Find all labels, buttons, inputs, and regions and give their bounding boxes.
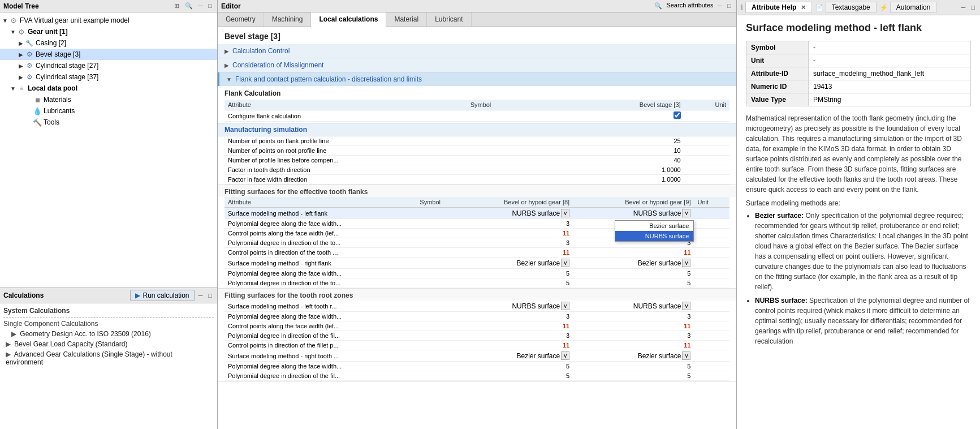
unit-ctrl-fillet-root (694, 341, 729, 350)
editor-min-icon[interactable]: ─ (716, 2, 724, 10)
val-factor-face: 1.0000 (552, 175, 684, 185)
misalignment-header[interactable]: ▶ Consideration of Misalignment (218, 58, 736, 72)
val-pts-root: 10 (552, 146, 684, 156)
tree-icon-fva: ⚙ (9, 16, 18, 25)
tree-item-fva-root[interactable]: ▼ ⚙ FVA Virtual gear unit example model (0, 15, 217, 26)
calc-item-advanced-gear[interactable]: ▶ Advanced Gear Calculations (Single Sta… (3, 349, 214, 367)
table-row: Number of points on root profile line 10 (225, 146, 729, 156)
tree-item-cyl-37[interactable]: ▶ ⚙ Cylindrical stage [37] (0, 71, 217, 83)
attr-help-title: Surface modeling method - left flank (746, 22, 971, 34)
tab-lubricant[interactable]: Lubricant (427, 12, 471, 27)
dropdown-btn-9-surf-left[interactable]: v (682, 209, 690, 217)
tab-material[interactable]: Material (386, 12, 427, 27)
dropdown-item-nurbs[interactable]: NURBS surface (615, 231, 693, 241)
sym-factor-depth (512, 165, 552, 175)
calc-control-header[interactable]: ▶ Calculation Control (218, 44, 736, 58)
calc-max-icon[interactable]: □ (206, 291, 214, 299)
fs-col-attr: Attribute (225, 197, 416, 208)
table-row: Numeric ID 19413 (746, 80, 971, 93)
tab-attribute-help[interactable]: Attribute Help ✕ (745, 2, 812, 13)
table-row-surf-left-root: Surface modeling method - left tooth r..… (225, 301, 729, 312)
table-row: Unit - (746, 54, 971, 67)
calc-min-icon[interactable]: ─ (197, 291, 205, 299)
dropdown-btn-8-right[interactable]: v (561, 259, 569, 267)
calc-item-bevel-load[interactable]: ▶ Bevel Gear Load Capacity (Standard) (3, 339, 214, 349)
val8-surf-model-right: Bezier surface v (452, 258, 573, 269)
meta-key-symbol: Symbol (746, 41, 809, 54)
sym-pts-flank (512, 136, 552, 146)
model-tree-max-icon[interactable]: □ (206, 2, 214, 10)
unit-surf-left-root (694, 301, 729, 312)
tree-icon-casing: 🔧 (25, 38, 34, 48)
tree-item-local-pool[interactable]: ▼ ≡ Local data pool (0, 83, 217, 94)
tree-item-materials[interactable]: ◼ Materials (0, 94, 217, 105)
model-tree-min-icon[interactable]: ─ (197, 2, 205, 10)
attr-poly-face-root: Polynomial degree along the face width..… (225, 312, 416, 321)
val-profile-lines: 40 (552, 156, 684, 165)
symbol-configure (467, 110, 507, 122)
tree-label-cyl37: Cylindrical stage [37] (36, 73, 98, 81)
tree-item-casing[interactable]: ▶ 🔧 Casing [2] (0, 37, 217, 49)
table-row: Factor in tooth depth direction 1.0000 (225, 165, 729, 175)
tree-icon-mat: ◼ (33, 95, 42, 104)
meta-key-unit: Unit (746, 54, 809, 67)
calc-item-geo-design[interactable]: ▶ Geometry Design Acc. to ISO 23509 (201… (3, 329, 214, 339)
run-calculation-button[interactable]: ▶ Run calculation (130, 290, 194, 301)
col-attribute: Attribute (225, 100, 467, 110)
editor-max-icon[interactable]: □ (726, 2, 733, 10)
tree-item-cyl-27[interactable]: ▶ ⚙ Cylindrical stage [27] (0, 60, 217, 71)
dropdown-btn-9-right[interactable]: v (682, 259, 690, 267)
val9-surf-model-left: NURBS surface v Bezier surface NURBS sur… (573, 208, 694, 219)
attr-help-close-icon[interactable]: ✕ (801, 4, 806, 11)
editor-search-icon[interactable]: 🔍 (653, 2, 664, 10)
configure-flank-checkbox[interactable] (674, 111, 681, 119)
run-calc-label: Run calculation (143, 291, 189, 299)
attr-poly-depth-right: Polynomial degree in direction of the to… (225, 278, 416, 288)
tree-item-tools[interactable]: 🔨 Tools (0, 117, 217, 128)
sym-poly-fillet-root (416, 331, 452, 341)
calc-arrow-geo: ▶ (11, 330, 16, 338)
editor-main-content: Bevel stage [3] ▶ Calculation Control ▶ … (218, 27, 736, 429)
attr-help-icon: ℹ (740, 3, 743, 12)
dropdown-btn-root-8[interactable]: v (561, 302, 569, 310)
val8-poly-face-right-root: 5 (452, 362, 573, 371)
tree-item-lubricants[interactable]: 💧 Lubricants (0, 105, 217, 117)
sym-profile-lines (512, 156, 552, 165)
dropdown-btn-8-surf-left[interactable]: v (561, 209, 569, 217)
right-panel-min-icon[interactable]: ─ (960, 3, 968, 11)
attr-poly-fillet-root: Polynomial degree in direction of the fi… (225, 331, 416, 341)
tab-machining[interactable]: Machining (264, 12, 312, 27)
fs-col-unit: Unit (694, 197, 729, 208)
dropdown-item-bezier[interactable]: Bezier surface (615, 221, 693, 231)
unit-poly-face-root (694, 312, 729, 321)
tree-item-bevel-stage[interactable]: ▶ ⚙ Bevel stage [3] (0, 49, 217, 60)
search-attrs-label: Search attributes (666, 2, 713, 10)
tab-textausgabe[interactable]: Textausgabe (826, 2, 877, 13)
bezier-label-root-9: Bezier surface (638, 352, 681, 360)
nurbs-label-root-9: NURBS surface (633, 302, 681, 310)
dropdown-btn-root-right-9[interactable]: v (682, 351, 690, 360)
attr-factor-face: Factor in face width direction (225, 175, 512, 185)
tab-local-calculations[interactable]: Local calculations (311, 12, 386, 27)
fs-col-sym: Symbol (416, 197, 452, 208)
attr-ctrl-tooth: Control points in direction of the tooth… (225, 248, 416, 258)
tree-item-gear-unit[interactable]: ▼ ⚙ Gear unit [1] (0, 26, 217, 37)
dropdown-btn-root-9[interactable]: v (682, 302, 690, 310)
model-tree-search-icon[interactable]: 🔍 (183, 2, 195, 10)
run-icon: ▶ (135, 291, 140, 299)
model-tree-grid-icon[interactable]: ⊞ (172, 2, 181, 10)
calc-arrow-advanced: ▶ (6, 350, 11, 358)
dropdown-btn-root-right-8[interactable]: v (561, 351, 569, 360)
sym-surf-left-root (416, 301, 452, 312)
unit-pts-flank (684, 136, 729, 146)
attr-factor-depth: Factor in tooth depth direction (225, 165, 512, 175)
tab-automation[interactable]: Automation (890, 2, 937, 13)
tab-geometry[interactable]: Geometry (218, 12, 264, 27)
unit-surf-model-left (694, 208, 729, 219)
root-zones-content: Surface modeling method - left tooth r..… (218, 301, 736, 381)
calc-separator (3, 317, 214, 318)
single-component-label: Single Component Calculations (3, 320, 214, 328)
flank-contact-header[interactable]: ▼ Flank and contact pattern calculation … (218, 72, 736, 86)
right-panel-max-icon[interactable]: □ (969, 3, 977, 11)
flank-calc-table: Attribute Symbol Bevel stage [3] Unit Co… (225, 100, 729, 122)
